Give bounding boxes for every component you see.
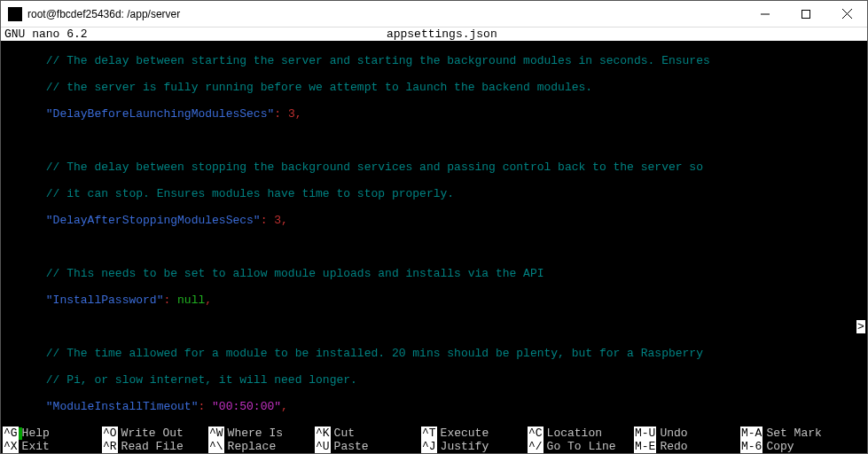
scroll-indicator-icon: >: [856, 320, 865, 333]
shortcut-key: ^K: [315, 427, 331, 440]
shortcut-key: ^R: [102, 440, 118, 453]
close-button[interactable]: [826, 1, 867, 27]
shortcut-key: ^X: [3, 440, 19, 453]
nano-header: GNU nano 6.2 appsettings.json: [1, 27, 867, 41]
comment: // The delay between starting the server…: [46, 54, 710, 67]
terminal-area[interactable]: GNU nano 6.2 appsettings.json // The del…: [1, 27, 867, 453]
shortcut-item[interactable]: ^JJustify: [419, 440, 526, 453]
shortcut-key: ^W: [208, 427, 224, 440]
shortcut-item[interactable]: ^XExit: [1, 440, 100, 453]
shortcut-label: Go To Line: [543, 440, 616, 453]
shortcut-key: ^\: [208, 440, 224, 453]
shortcut-label: Redo: [656, 440, 687, 453]
shortcut-item[interactable]: ^CLocation: [526, 427, 632, 440]
shortcut-key: ^O: [102, 427, 118, 440]
app-icon: [8, 7, 22, 21]
json-key: "InstallPassword": [46, 294, 164, 307]
shortcut-key: ^U: [315, 440, 331, 453]
shortcut-label: Read File: [118, 440, 184, 453]
shortcut-label: Copy: [762, 440, 794, 453]
shortcut-label: Execute: [437, 427, 489, 440]
svg-rect-1: [802, 10, 810, 18]
nano-version: GNU nano 6.2: [1, 27, 88, 41]
maximize-button[interactable]: [786, 1, 826, 27]
shortcut-key: M-U: [634, 427, 656, 440]
shortcut-label: Replace: [224, 440, 277, 453]
shortcut-item[interactable]: ^UPaste: [313, 440, 419, 453]
shortcut-key: M-6: [740, 440, 762, 453]
json-value: 3: [288, 107, 295, 121]
shortcut-label: Write Out: [118, 427, 184, 440]
shortcut-item[interactable]: ^/Go To Line: [526, 440, 632, 453]
shortcut-label: Undo: [656, 427, 687, 440]
shortcut-item[interactable]: ^TExecute: [419, 427, 526, 440]
shortcut-item[interactable]: ^GHelp: [1, 427, 100, 440]
shortcut-item[interactable]: M-ASet Mark: [739, 427, 845, 440]
shortcut-label: Help: [19, 427, 50, 440]
shortcut-item[interactable]: ^\Replace: [207, 440, 313, 453]
shortcut-label: Paste: [331, 440, 369, 453]
shortcut-item[interactable]: M-UUndo: [632, 427, 739, 440]
shortcut-key: ^C: [528, 427, 543, 440]
shortcut-key: M-E: [634, 440, 656, 453]
shortcut-label: Exit: [19, 440, 50, 453]
json-value: null: [177, 294, 205, 307]
comment: // The time allowed for a module to be i…: [46, 347, 703, 360]
minimize-button[interactable]: [745, 1, 786, 27]
shortcut-item[interactable]: ^WWhere Is: [207, 427, 313, 440]
json-key: "DelayAfterStoppingModulesSecs": [46, 214, 261, 227]
shortcut-item[interactable]: ^RRead File: [100, 440, 207, 453]
shortcut-key: ^T: [421, 427, 437, 440]
window-title: root@fbcdef25436d: /app/server: [27, 8, 180, 20]
shortcut-label: Cut: [331, 427, 355, 440]
comment: // Pi, or slow internet, it will need lo…: [46, 373, 357, 387]
shortcut-key: ^J: [421, 440, 437, 453]
shortcut-item[interactable]: M-ERedo: [632, 440, 739, 453]
json-value: "00:50:00": [212, 400, 281, 413]
close-icon: [842, 9, 852, 19]
maximize-icon: [802, 10, 810, 19]
shortcut-row: ^XExit^RRead File^\Replace^UPaste^JJusti…: [1, 440, 867, 453]
shortcut-item[interactable]: M-6Copy: [739, 440, 845, 453]
shortcut-label: Where Is: [224, 427, 283, 440]
comment: // This needs to be set to allow module …: [46, 267, 544, 280]
nano-shortcuts: ^GHelp^OWrite Out^WWhere Is^KCut^TExecut…: [1, 427, 867, 453]
shortcut-label: Location: [543, 427, 602, 440]
shortcut-label: Set Mark: [762, 427, 821, 440]
shortcut-label: Justify: [437, 440, 489, 453]
terminal-window: root@fbcdef25436d: /app/server GNU nano …: [0, 0, 868, 454]
comment: // The delay between stopping the backgr…: [46, 160, 703, 174]
json-value: 3: [274, 214, 281, 227]
nano-filename: appsettings.json: [88, 27, 796, 41]
editor-content[interactable]: // The delay between starting the server…: [1, 41, 867, 453]
json-key: "DelayBeforeLaunchingModulesSecs": [46, 107, 274, 121]
shortcut-item[interactable]: ^OWrite Out: [100, 427, 207, 440]
shortcut-key: ^G: [3, 427, 19, 440]
comment: // the server is fully running before we…: [46, 81, 592, 94]
window-titlebar[interactable]: root@fbcdef25436d: /app/server: [1, 1, 867, 27]
shortcut-row: ^GHelp^OWrite Out^WWhere Is^KCut^TExecut…: [1, 427, 867, 440]
shortcut-item[interactable]: ^KCut: [313, 427, 419, 440]
comment: // it can stop. Ensures modules have tim…: [46, 187, 454, 200]
shortcut-key: ^/: [528, 440, 543, 453]
shortcut-key: M-A: [740, 427, 762, 440]
json-key: "ModuleInstallTimeout": [46, 400, 199, 413]
minimize-icon: [761, 10, 770, 19]
